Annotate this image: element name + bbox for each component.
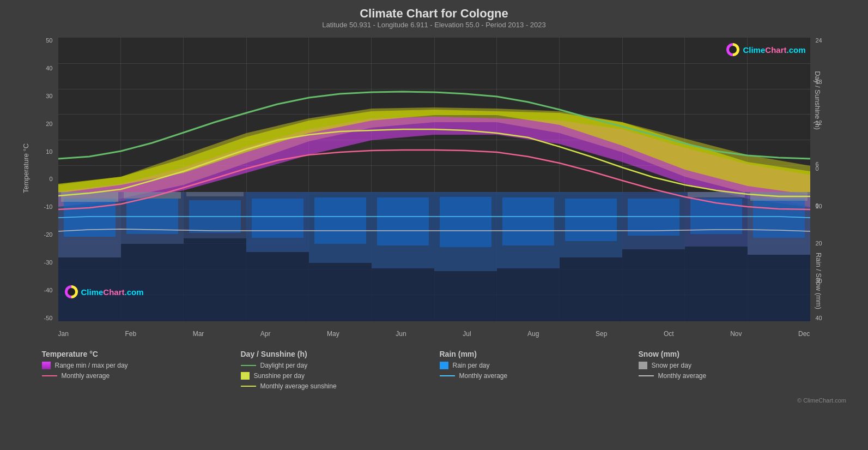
month-dec: Dec [798,330,810,338]
legend-section-sunshine: Day / Sunshine (h) Daylight per day Suns… [235,346,434,396]
month-aug: Aug [527,330,539,338]
svg-rect-21 [377,197,429,245]
chart-svg [58,38,810,321]
svg-rect-16 [64,199,116,237]
legend-title-temperature: Temperature °C [42,350,230,358]
legend-color-sunshine [241,372,250,380]
legend: Temperature °C Range min / max per day M… [20,346,848,396]
legend-label-rain-avg: Monthly average [459,372,508,380]
legend-line-rain-avg [440,375,455,376]
x-axis: Jan Feb Mar Apr May Jun Jul Aug Sep Oct … [58,330,810,338]
subtitle: Latitude 50.931 - Longitude 6.911 - Elev… [322,21,546,29]
legend-label-rain: Rain per day [453,362,490,369]
month-may: May [327,330,339,338]
svg-point-36 [729,46,737,53]
legend-item-rain: Rain per day [440,362,628,369]
svg-rect-30 [186,192,244,196]
y-axis-left: 50 40 30 20 10 0 -10 -20 -30 -40 -50 [20,38,56,321]
month-oct: Oct [664,330,674,338]
legend-item-temp-avg: Monthly average [42,372,230,380]
legend-color-rain [440,362,448,369]
svg-rect-24 [565,199,617,241]
logo-bottom-left: ClimeChart.com [64,284,144,299]
title-area: Climate Chart for Cologne Latitude 50.93… [322,0,546,29]
legend-section-temperature: Temperature °C Range min / max per day M… [37,346,235,396]
legend-item-sunshine-avg: Monthly average sunshine [241,382,429,390]
svg-rect-29 [124,192,181,199]
legend-line-snow-avg [639,375,654,376]
legend-line-daylight [241,365,256,366]
svg-rect-19 [252,199,304,238]
svg-rect-23 [502,197,554,245]
month-apr: Apr [260,330,271,338]
chart-area: ClimeChart.com ClimeChart.com [58,38,810,321]
main-title: Climate Chart for Cologne [322,7,546,21]
legend-line-sunshine-avg [241,386,256,387]
legend-label-snow-avg: Monthly average [658,372,707,380]
logo-icon-top [725,42,740,57]
page-wrapper: Climate Chart for Cologne Latitude 50.93… [0,0,868,450]
legend-label-sunshine: Sunshine per day [254,372,305,380]
svg-rect-22 [440,197,491,247]
legend-label-snow: Snow per day [652,362,691,369]
month-feb: Feb [125,330,136,338]
copyright: © ClimeChart.com [0,397,868,404]
logo-text-top: ClimeChart.com [743,45,805,55]
month-mar: Mar [193,330,204,338]
legend-label-sunshine-avg: Monthly average sunshine [260,382,337,390]
legend-label-temp-range: Range min / max per day [55,362,128,369]
legend-label-daylight: Daylight per day [260,362,308,369]
month-jul: Jul [463,330,471,338]
legend-item-daylight: Daylight per day [241,362,429,369]
legend-item-snow-avg: Monthly average [639,372,827,380]
y-axis-right-bottom: 0 10 20 30 40 [813,166,848,321]
logo-text-bottom: ClimeChart.com [81,287,144,297]
legend-color-snow [639,362,647,369]
legend-item-rain-avg: Monthly average [440,372,628,380]
svg-rect-27 [753,199,805,238]
logo-top-right: ClimeChart.com [725,42,805,57]
month-jan: Jan [58,330,69,338]
legend-section-rain: Rain (mm) Rain per day Monthly average [434,346,633,396]
month-sep: Sep [596,330,607,338]
legend-line-temp-avg [42,375,57,376]
logo-icon-bottom [64,284,79,299]
svg-rect-20 [314,197,366,244]
legend-section-snow: Snow (mm) Snow per day Monthly average [633,346,832,396]
legend-title-sunshine: Day / Sunshine (h) [241,350,429,358]
legend-title-rain: Rain (mm) [440,350,628,358]
svg-point-34 [68,288,75,296]
month-jun: Jun [396,330,406,338]
legend-color-temp-range [42,362,51,369]
legend-title-snow: Snow (mm) [639,350,827,358]
legend-item-temp-range: Range min / max per day [42,362,230,369]
legend-label-temp-avg: Monthly average [62,372,110,380]
legend-item-sunshine: Sunshine per day [241,372,429,380]
legend-item-snow: Snow per day [639,362,827,369]
month-nov: Nov [730,330,742,338]
chart-container: Temperature °C 50 40 30 20 10 0 -10 -20 … [20,32,848,343]
